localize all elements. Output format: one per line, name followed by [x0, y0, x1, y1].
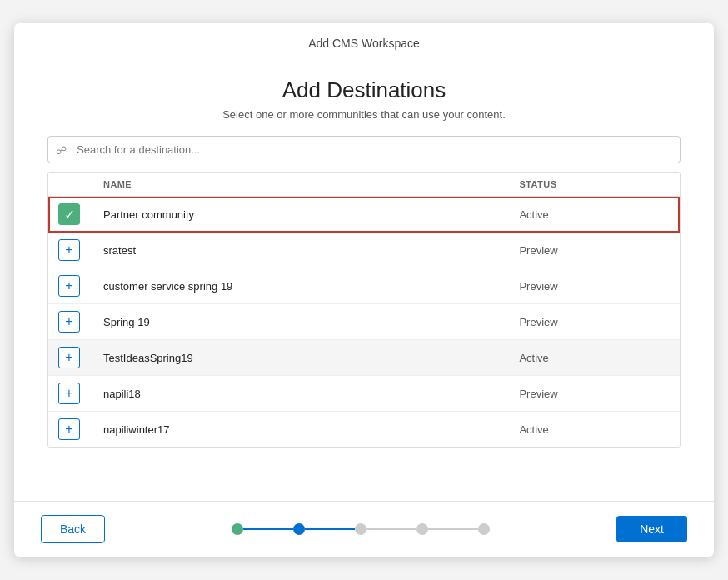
row-status-6: Preview: [506, 376, 680, 412]
select-row-btn-2[interactable]: +: [58, 239, 80, 261]
modal-container: Add CMS Workspace Add Destinations Selec…: [14, 23, 714, 557]
row-name-1: Partner community: [90, 197, 506, 232]
row-status-1: Active: [506, 197, 680, 232]
back-button[interactable]: Back: [41, 515, 105, 543]
step-dot-3: [416, 523, 428, 535]
select-row-btn-4[interactable]: +: [58, 311, 80, 332]
step-line-3: [428, 528, 478, 530]
select-row-btn-3[interactable]: +: [58, 275, 80, 297]
search-input[interactable]: [47, 136, 681, 163]
select-row-btn-7[interactable]: +: [58, 418, 80, 440]
row-name-5: TestIdeasSpring19: [90, 340, 506, 376]
row-status-3: Preview: [506, 268, 680, 304]
page-title: Add Destinations: [282, 78, 446, 103]
row-status-5: Active: [506, 340, 680, 376]
col-status: STATUS: [506, 172, 680, 197]
step-dot-1: [293, 523, 305, 535]
row-name-2: sratest: [90, 232, 506, 268]
modal-body: Add Destinations Select one or more comm…: [14, 58, 714, 501]
row-status-2: Preview: [506, 232, 680, 268]
table-scroll-area[interactable]: NAME STATUS ✓Partner communityActive+sra…: [48, 172, 680, 447]
row-name-3: customer service spring 19: [90, 268, 506, 304]
select-row-btn-6[interactable]: +: [58, 382, 80, 404]
col-select: [48, 172, 90, 197]
step-dot-2: [355, 523, 366, 535]
row-name-6: napili18: [90, 376, 506, 412]
destinations-table: NAME STATUS ✓Partner communityActive+sra…: [47, 172, 681, 448]
step-line-2: [366, 528, 416, 530]
row-name-7: napiliwinter17: [90, 412, 506, 448]
page-subtitle: Select one or more communities that can …: [222, 108, 506, 121]
search-icon: ☍: [56, 143, 67, 156]
stepper: [232, 523, 490, 535]
next-button[interactable]: Next: [616, 516, 687, 542]
row-status-4: Preview: [506, 304, 680, 340]
select-row-btn-1[interactable]: ✓: [58, 203, 80, 225]
col-name: NAME: [90, 172, 506, 197]
search-bar: ☍: [47, 136, 681, 163]
step-dot-0: [232, 523, 243, 535]
step-dot-4: [478, 523, 490, 535]
modal-header: Add CMS Workspace: [14, 23, 714, 58]
step-line-0: [243, 528, 293, 530]
row-status-7: Active: [506, 412, 680, 448]
modal-footer: Back Next: [14, 501, 714, 557]
select-row-btn-5[interactable]: +: [58, 347, 80, 368]
step-line-1: [305, 528, 355, 530]
row-name-4: Spring 19: [90, 304, 506, 340]
modal-header-title: Add CMS Workspace: [308, 37, 420, 50]
